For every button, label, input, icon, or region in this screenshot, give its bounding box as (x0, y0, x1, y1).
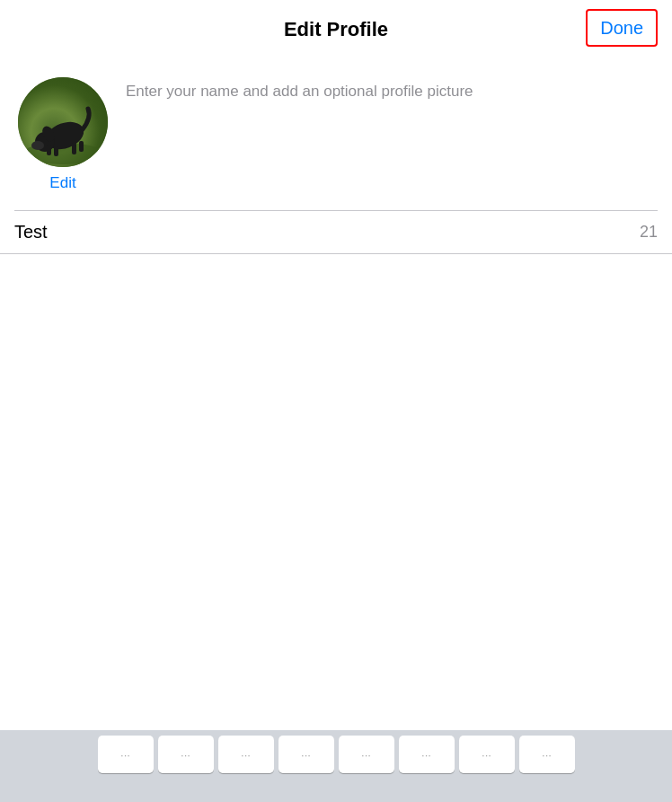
edit-photo-button[interactable]: Edit (49, 174, 75, 192)
svg-rect-8 (79, 141, 84, 152)
keyboard-key: ··· (339, 736, 394, 773)
keyboard-key: ··· (98, 736, 154, 773)
avatar-container: Edit (18, 77, 108, 192)
keyboard-key: ··· (399, 736, 455, 773)
keyboard-key: ··· (519, 736, 575, 773)
svg-rect-6 (54, 146, 58, 156)
keyboard-key: ··· (279, 736, 334, 773)
svg-point-3 (31, 141, 44, 150)
keyboard-key: ··· (459, 736, 515, 773)
profile-description: Enter your name and add an optional prof… (126, 77, 654, 102)
svg-rect-7 (72, 143, 76, 154)
svg-rect-5 (47, 145, 51, 155)
profile-section: Edit Enter your name and add an optional… (0, 56, 672, 210)
name-row: 21 (0, 211, 672, 254)
avatar[interactable] (18, 77, 108, 167)
char-count: 21 (640, 223, 658, 242)
done-button[interactable]: Done (586, 9, 658, 47)
name-input[interactable] (14, 222, 632, 242)
keyboard-key: ··· (158, 736, 214, 773)
header: Edit Profile Done (0, 0, 672, 56)
keyboard-area: ··· ··· ··· ··· ··· ··· ··· ··· (0, 730, 672, 802)
page-title: Edit Profile (284, 18, 388, 41)
keyboard-key: ··· (218, 736, 274, 773)
